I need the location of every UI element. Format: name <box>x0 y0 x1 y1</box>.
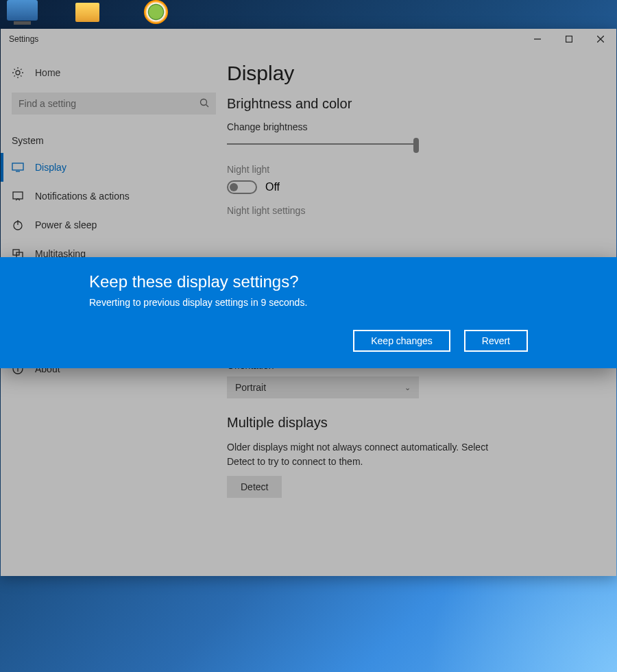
desktop-icon-idm[interactable] <box>144 0 178 27</box>
confirm-dialog: Keep these display settings? Reverting t… <box>0 257 617 368</box>
desktop-icon-pc[interactable] <box>7 0 41 27</box>
dialog-message: Reverting to previous display settings i… <box>89 297 528 308</box>
keep-changes-button[interactable]: Keep changes <box>353 330 450 352</box>
desktop-icons <box>7 0 178 27</box>
dialog-title: Keep these display settings? <box>89 272 528 291</box>
revert-button[interactable]: Revert <box>464 330 528 352</box>
desktop-icon-folder[interactable] <box>75 0 110 27</box>
